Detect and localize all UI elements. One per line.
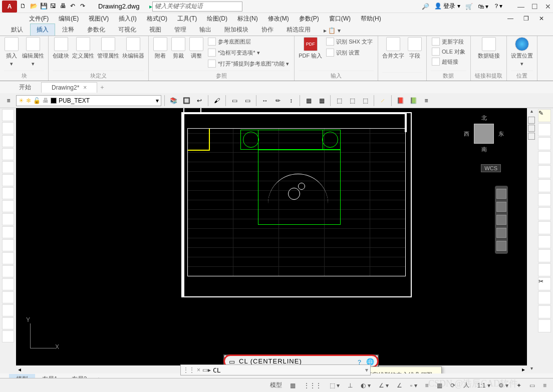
mod-copy[interactable] — [538, 123, 551, 136]
ribbon-tab-parametric[interactable]: 参数化 — [81, 24, 111, 36]
tool-pline[interactable] — [2, 135, 14, 147]
prop-2-icon[interactable]: ▭ — [242, 95, 253, 106]
help-mini-icon[interactable]: ？ — [356, 358, 363, 365]
btn-frame-vary[interactable]: *边框可变选项* ▾ — [207, 48, 290, 57]
btn-block-editor[interactable]: 块编辑器 — [122, 37, 144, 60]
doc-restore-icon[interactable]: ❐ — [519, 14, 533, 23]
ribbon-tab-addins[interactable]: 附加模块 — [218, 24, 254, 36]
btn-upd-field[interactable]: 更新字段 — [431, 37, 466, 46]
nav-pan-icon[interactable] — [496, 202, 506, 212]
doc-tab-drawing2[interactable]: Drawing2*× — [41, 82, 97, 93]
group-icon[interactable]: ⬚ — [334, 95, 345, 106]
match-prop-icon[interactable]: 🖌 — [211, 95, 222, 106]
qat-save-icon[interactable]: 💾 — [40, 3, 48, 11]
menu-help[interactable]: 帮助(H) — [357, 14, 385, 24]
tool-rect[interactable] — [2, 161, 14, 173]
minimize-button[interactable]: — — [517, 3, 524, 11]
tool-ellipse[interactable] — [2, 226, 14, 238]
btn-hyperlink[interactable]: 超链接 — [431, 57, 466, 66]
tool-gradient[interactable] — [2, 304, 14, 316]
ribbon-tab-collab[interactable]: 协作 — [255, 24, 280, 36]
ribbon-tab-insert[interactable]: 插入 — [30, 24, 55, 36]
tool-b-icon[interactable]: 📗 — [408, 95, 419, 106]
command-input[interactable] — [213, 366, 363, 374]
btn-insert-block[interactable]: 插入▾ — [4, 37, 19, 67]
ribbon-tab-visualize[interactable]: 可视化 — [112, 24, 142, 36]
tool-block[interactable] — [2, 265, 14, 277]
qat-redo-icon[interactable]: ↷ — [80, 3, 88, 11]
scroll-up-icon[interactable]: ▴ — [527, 108, 535, 116]
btn-edit-attr[interactable]: 编辑属性▾ — [22, 37, 44, 67]
btn-mgr-attr[interactable]: 管理属性 — [97, 37, 119, 60]
dim-1-icon[interactable]: ↔ — [259, 95, 270, 106]
mod-extend[interactable] — [538, 249, 551, 262]
ribbon-tab-default[interactable]: 默认 — [5, 24, 29, 36]
btn-adjust[interactable]: 调整 — [189, 37, 204, 60]
dim-2-icon[interactable]: ✏ — [272, 95, 284, 106]
sb-polar-icon[interactable]: ◐ ▾ — [357, 380, 374, 390]
tool-line[interactable] — [2, 109, 14, 121]
doc-min-icon[interactable]: — — [503, 14, 517, 23]
viewcube[interactable]: 北 西东 南 — [464, 114, 504, 153]
group-edit-icon[interactable]: ⬚ — [360, 95, 371, 106]
tool-xline[interactable] — [2, 122, 14, 134]
btn-attach[interactable]: 附着 — [153, 37, 168, 60]
menu-file[interactable]: 文件(F) — [25, 14, 53, 24]
layer-iso-icon[interactable]: 🔲 — [181, 95, 192, 106]
btn-shx[interactable]: 识别 SHX 文字 — [325, 37, 374, 46]
qat-new-icon[interactable]: 🗋 — [20, 3, 28, 11]
ungroup-icon[interactable]: ⬚ — [347, 95, 358, 106]
btn-snap-underlay[interactable]: *打开"捕捉到参考底图"功能 ▾ — [207, 59, 290, 68]
nav-wheel-icon[interactable] — [496, 189, 506, 199]
ribbon-tab-output[interactable]: 输出 — [193, 24, 217, 36]
scroll-left-icon[interactable]: ◂ — [16, 366, 23, 373]
btn-recog-set[interactable]: 识别 设置 — [325, 48, 374, 57]
mod-trim[interactable] — [538, 235, 551, 248]
tool-a-icon[interactable]: 📕 — [395, 95, 406, 106]
mod-break[interactable] — [538, 263, 551, 276]
nav-orbit-icon[interactable] — [496, 228, 506, 238]
ribbon-tab-manage[interactable]: 管理 — [168, 24, 192, 36]
tool-polygon[interactable] — [2, 148, 14, 160]
tool-spline[interactable] — [2, 213, 14, 225]
sb-ortho-icon[interactable]: ⊥ — [344, 380, 356, 390]
nav-zoom-icon[interactable] — [496, 215, 506, 225]
sb-osnap-icon[interactable]: ▫ ▾ — [407, 380, 421, 390]
tool-insert[interactable] — [2, 252, 14, 264]
mod-chamfer[interactable] — [538, 291, 551, 304]
command-line[interactable]: ⋮⋮ × ▭▸ ▾ — [180, 364, 371, 375]
mod-mirror[interactable] — [538, 137, 551, 150]
help-icon[interactable]: ？▾ — [493, 2, 502, 11]
mod-scale[interactable] — [538, 207, 551, 220]
qat-saveas-icon[interactable]: 🖫 — [50, 3, 58, 11]
ribbon-tab-more[interactable]: ▸ 📋 ▾ — [318, 26, 347, 36]
close-tab-icon[interactable]: × — [83, 84, 87, 91]
nav-cube1[interactable] — [528, 117, 535, 124]
mod-join[interactable]: ✂ — [538, 277, 551, 290]
tool-point[interactable] — [2, 278, 14, 290]
prop-1-icon[interactable]: ▭ — [229, 95, 240, 106]
ribbon-tab-view[interactable]: 视图 — [143, 24, 167, 36]
nav-cube2[interactable] — [528, 125, 535, 132]
app-store-icon[interactable]: 🛍 ▾ — [478, 3, 488, 10]
menu-edit[interactable]: 编辑(E) — [55, 14, 83, 24]
viewcube-cube[interactable] — [474, 124, 494, 144]
vertical-scrollbar[interactable]: ▴ ▾ — [527, 108, 536, 373]
menu-param[interactable]: 参数(P) — [295, 14, 323, 24]
sb-otrack-icon[interactable]: ∠ — [393, 380, 406, 390]
btn-underlay-layers[interactable]: 参考底图图层 — [207, 37, 290, 46]
mod-fillet[interactable] — [538, 305, 551, 318]
nav-cube3[interactable] — [528, 133, 535, 140]
wcs-label[interactable]: WCS — [481, 164, 501, 172]
layer-props-icon[interactable]: ≡ — [3, 95, 14, 106]
tbl-merge-icon[interactable]: ▦ — [316, 95, 327, 106]
mod-stretch[interactable] — [538, 221, 551, 234]
btn-def-attr[interactable]: 定义属性 — [72, 37, 94, 60]
sb-iso-icon[interactable]: ∠ ▾ — [375, 380, 392, 390]
btn-create-block[interactable]: 创建块 — [53, 37, 69, 60]
tool-ellipsearc[interactable] — [2, 239, 14, 251]
infocenter-icon[interactable]: 🔎 — [422, 3, 429, 10]
menu-draw[interactable]: 绘图(D) — [203, 14, 231, 24]
mod-offset[interactable] — [538, 151, 551, 164]
tool-revcloud[interactable] — [2, 200, 14, 212]
